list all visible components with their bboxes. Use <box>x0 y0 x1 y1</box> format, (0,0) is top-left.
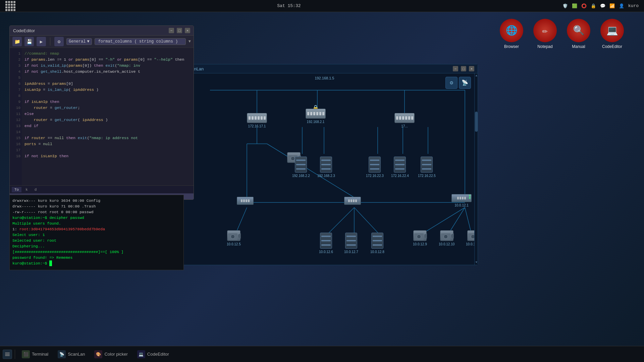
scrollbar-thumb[interactable] <box>475 112 478 132</box>
scanlan-tool-btn-2[interactable]: 📡 <box>459 77 471 89</box>
codeeditor-title: CodeEditor <box>13 28 35 33</box>
codeeditor-taskbar-icon: 💻 <box>137 350 145 358</box>
server-172-16-22-5[interactable]: 172.16.22.5 <box>418 157 436 178</box>
line-num: 14 <box>11 129 20 135</box>
save-icon-btn[interactable]: 💾 <box>24 37 34 46</box>
terminal-window[interactable]: drwxrwx--- kuro kuro 3634 00:00 Config d… <box>9 195 184 270</box>
code-content[interactable]: //command: nmap if params.len != 1 or pa… <box>22 48 194 185</box>
code-line-4: if not get_shell.host_computer.is_networ… <box>24 69 191 75</box>
manual-app-icon[interactable]: 🔍 Manual <box>567 19 590 49</box>
scanlan-taskbar-label: ScanLan <box>68 352 85 357</box>
close-button[interactable]: × <box>185 28 190 33</box>
browser-label: Browser <box>504 44 519 49</box>
mode-value: General <box>69 39 86 44</box>
svg-line-16 <box>354 207 379 234</box>
line-num: 5 <box>11 75 20 81</box>
taskbar-colorpicker[interactable]: 🎨 Color picker <box>90 349 131 360</box>
taskbar-scanlan[interactable]: 📡 ScanLan <box>54 349 89 360</box>
router-mid-left[interactable] <box>237 197 254 205</box>
router-label: 10.0.12.1 <box>454 203 469 207</box>
tab-to[interactable]: To <box>12 187 21 192</box>
camera-10-0-12-9[interactable]: 10.0.12.9 <box>413 230 427 246</box>
code-line-18: if not isLanIp then <box>24 153 191 159</box>
notepad-icon-img: ✏️ <box>533 19 557 42</box>
codeeditor-app-icon[interactable]: 💻 CodeEditor <box>600 19 624 49</box>
codeeditor-icon-img: 💻 <box>600 19 624 42</box>
line-num: 4 <box>11 69 20 75</box>
code-line-17 <box>24 147 191 153</box>
server-icon <box>394 157 406 173</box>
topbar: Sat 15:32 🛡️ 🟩 ⭕ 🔒 💬 📶 👤 kuro <box>0 0 644 12</box>
terminal-line: drwxrwx--- kuro kuro 3634 00:00 Config <box>12 198 181 203</box>
server-192-168-2-2[interactable]: 192.168.2.2 <box>292 157 310 178</box>
line-num: 12 <box>11 117 20 123</box>
code-area: 1 2 3 4 5 6 7 8 9 10 11 12 13 14 15 16 1… <box>10 48 194 185</box>
server-label: 172.16.22.4 <box>391 174 409 178</box>
code-line-1: //command: nmap <box>24 51 191 57</box>
server-172-16-22-3[interactable]: 172.16.22.3 <box>366 157 384 178</box>
svg-line-14 <box>327 207 354 234</box>
settings-icon-btn[interactable]: ⚙️ <box>54 37 64 46</box>
svg-point-33 <box>444 235 448 239</box>
scanlan-tool-btn-1[interactable]: ⚙️ <box>445 77 458 89</box>
server-icon <box>320 233 332 249</box>
server-label: 10.0.12.8 <box>370 250 384 254</box>
line-num: 17 <box>11 147 20 153</box>
mini-router-icon <box>237 197 254 205</box>
router-172-right[interactable]: 17... <box>394 113 415 128</box>
user-icon: 👤 <box>619 3 624 9</box>
camera-10-0-12-10[interactable]: 10.0.12.10 <box>439 230 454 246</box>
server-label: 10.0.12.5 <box>227 242 241 246</box>
top-ip-label: 192.168.1.5 <box>315 76 334 80</box>
colorpicker-taskbar-label: Color picker <box>104 352 127 357</box>
manual-label: Manual <box>572 44 585 49</box>
scanlan-minimize-btn[interactable]: − <box>453 66 458 71</box>
code-line-11: else <box>24 111 191 117</box>
camera-label: 10.0.12.10 <box>439 242 454 246</box>
router-label: 17... <box>401 124 408 128</box>
notepad-app-icon[interactable]: ✏️ Notepad <box>533 19 557 49</box>
router-label: 192.168.2.1 <box>307 120 325 124</box>
app-grid-icon[interactable] <box>5 1 15 11</box>
line-num: 11 <box>11 111 20 117</box>
browser-icon-img: 🌐 <box>500 19 523 42</box>
mini-router-icon <box>344 197 361 205</box>
folder-icon-btn[interactable]: 📁 <box>12 37 22 46</box>
tab-k[interactable]: k <box>23 187 31 192</box>
scroll-down-btn[interactable]: ▼ <box>476 261 477 264</box>
server-10-0-12-8[interactable]: 10.0.12.8 <box>370 233 384 254</box>
browser-app-icon[interactable]: 🌐 Browser <box>500 19 523 49</box>
line-num: 18 <box>11 153 20 159</box>
taskbar-terminal[interactable]: ⬛ Terminal <box>18 349 52 360</box>
server-10-0-12-7[interactable]: 10.0.12.7 <box>344 233 358 254</box>
scanlan-maximize-btn[interactable]: □ <box>461 66 466 71</box>
minimize-button[interactable]: − <box>169 28 174 33</box>
router-172-16-17-1[interactable]: 172.16.17.1 <box>247 113 267 128</box>
line-num: 9 <box>11 99 20 105</box>
server-10-0-12-6[interactable]: 10.0.12.6 <box>319 233 333 254</box>
tab-d[interactable]: d <box>32 187 40 192</box>
router-mid-center[interactable] <box>344 197 361 205</box>
taskbar: ⬛ Terminal 📡 ScanLan 🎨 Color picker 💻 Co… <box>0 346 644 362</box>
server-192-168-2-3[interactable]: 192.168.2.3 <box>317 157 335 178</box>
taskbar-start-btn[interactable] <box>3 350 12 359</box>
function-display: format_columns ( string columns ) <box>95 38 186 45</box>
run-icon-btn[interactable]: ▶ <box>37 37 46 46</box>
notepad-label: Notepad <box>537 44 552 49</box>
taskbar-codeeditor[interactable]: 💻 CodeEditor <box>133 349 173 360</box>
server-label: 10.0.12.6 <box>319 250 333 254</box>
code-line-7: isLanIp = is_lan_ip( ipAddress ) <box>24 87 191 93</box>
server-172-16-22-4[interactable]: 172.16.22.4 <box>391 157 409 178</box>
scroll-up-btn[interactable]: ▲ <box>476 74 477 77</box>
network-map[interactable]: 192.168.1.5 ⚙️ 📡 <box>183 73 478 265</box>
mode-select[interactable]: General ▼ <box>66 38 92 45</box>
camera-label: 10.0.12.9 <box>413 242 427 246</box>
maximize-button[interactable]: □ <box>177 28 182 33</box>
camera-10-0-12-5[interactable]: 10.0.12.5 <box>227 230 241 246</box>
scanlan-scrollbar[interactable]: ▲ ▼ <box>474 73 478 265</box>
scanlan-close-btn[interactable]: × <box>469 66 474 71</box>
server-label: 192.168.2.2 <box>292 174 310 178</box>
router-10-0-12-1[interactable]: 10.0.12.1 <box>451 194 472 207</box>
router-192-168-2-1[interactable]: 🔒 192.168.2.1 <box>306 109 326 124</box>
scanlan-titlebar-buttons: − □ × <box>453 66 474 71</box>
